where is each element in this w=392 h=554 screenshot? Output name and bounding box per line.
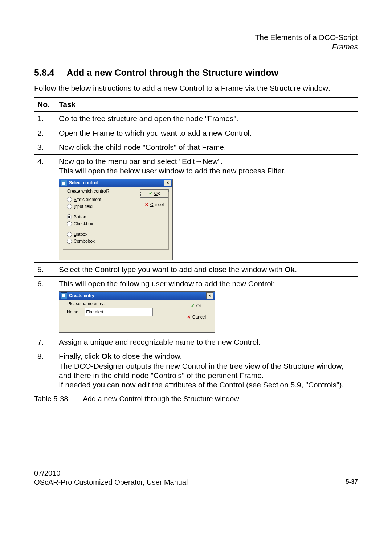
step4-line2: This will open the below user window to … — [59, 166, 355, 176]
col-no-header: No. — [34, 98, 56, 112]
radio-listbox[interactable]: Listbox — [67, 232, 165, 237]
task-table: No. Task 1. Go to the tree structure and… — [34, 97, 358, 392]
x-icon: ✕ — [187, 315, 191, 320]
table-row: 3. Now click the child node "Controls" o… — [34, 140, 358, 154]
footer-date: 07/2010 — [34, 469, 358, 478]
row-num: 8. — [34, 349, 56, 392]
group-legend: Create which control? — [66, 189, 110, 194]
page-number: 5-37 — [346, 478, 358, 487]
table-row: 8. Finally, click Ok to close the window… — [34, 349, 358, 392]
table-row: 2. Open the Frame to which you want to a… — [34, 126, 358, 140]
row-task: This will open the following user window… — [56, 276, 358, 335]
row-num: 4. — [34, 155, 56, 263]
ok-button[interactable]: ✓Ok — [182, 302, 211, 310]
svg-rect-0 — [62, 182, 65, 185]
table-row: 5. Select the Control type you want to a… — [34, 262, 358, 276]
cancel-button[interactable]: ✕Cancel — [182, 313, 211, 321]
page-header: The Elements of a DCO-Script Frames — [34, 33, 358, 52]
row-num: 2. — [34, 126, 56, 140]
radio-static-element[interactable]: Static element — [67, 197, 165, 202]
row-num: 1. — [34, 112, 56, 126]
table-caption: Table 5-38 Add a new Control through the… — [34, 394, 358, 403]
row-task: Finally, click Ok to close the window. T… — [56, 349, 358, 392]
row-task: Now click the child node "Controls" of t… — [56, 140, 358, 154]
radio-button[interactable]: Button — [67, 214, 165, 220]
table-row: 4. Now go to the menu bar and select "Ed… — [34, 155, 358, 263]
select-control-dialog: Select control × ✓Ok ✕Cancel Create whic… — [59, 179, 173, 260]
radio-combobox[interactable]: Combobox — [67, 239, 165, 244]
section-heading: 5.8.4 Add a new Control through the Stru… — [34, 67, 358, 78]
row-task: Go to the tree structure and open the no… — [56, 112, 358, 126]
control-type-group: Create which control? Static element Inp… — [63, 192, 169, 250]
table-row: 7. Assign a unique and recognizable name… — [34, 335, 358, 349]
radio-input-field[interactable]: Input field — [67, 204, 165, 209]
name-input[interactable] — [85, 308, 153, 316]
dialog-title: Select control — [69, 180, 164, 186]
caption-text: Add a new Control through the Structure … — [83, 395, 239, 403]
dialog-title: Create entry — [69, 293, 206, 299]
name-label: Name: — [67, 309, 79, 315]
radio-checkbox[interactable]: Checkbox — [67, 221, 165, 227]
dialog-titlebar: Select control × — [59, 179, 172, 187]
close-icon[interactable]: × — [164, 180, 171, 186]
header-subchapter: Frames — [34, 42, 358, 52]
header-chapter: The Elements of a DCO-Script — [34, 33, 358, 42]
dialog-titlebar: Create entry × — [59, 292, 215, 300]
table-row: 1. Go to the tree structure and open the… — [34, 112, 358, 126]
step4-line1: Now go to the menu bar and select "Edit→… — [59, 157, 355, 166]
row-num: 6. — [34, 276, 56, 335]
name-entry-group: Please name entry: Name: — [63, 304, 176, 320]
section-title: Add a new Control through the Structure … — [67, 67, 278, 78]
row-num: 3. — [34, 140, 56, 154]
caption-label: Table 5-38 — [34, 394, 81, 403]
row-task: Select the Control type you want to add … — [56, 262, 358, 276]
close-icon[interactable]: × — [206, 292, 213, 299]
group-legend: Please name entry: — [66, 301, 106, 307]
row-task: Assign a unique and recognizable name to… — [56, 335, 358, 349]
table-row: 6. This will open the following user win… — [34, 276, 358, 335]
step6-text: This will open the following user window… — [59, 279, 355, 288]
section-number: 5.8.4 — [34, 67, 54, 78]
row-num: 7. — [34, 335, 56, 349]
create-entry-dialog: Create entry × ✓Ok ✕Cancel Please name e… — [59, 291, 215, 333]
svg-rect-1 — [62, 294, 65, 297]
check-icon: ✓ — [191, 303, 195, 309]
row-task: Open the Frame to which you want to add … — [56, 126, 358, 140]
intro-text: Follow the below instructions to add a n… — [34, 83, 358, 93]
footer-manual-name: OScAR-Pro Customized Operator, User Manu… — [34, 478, 188, 487]
col-task-header: Task — [56, 98, 358, 112]
row-num: 5. — [34, 262, 56, 276]
app-icon — [61, 180, 67, 186]
app-icon — [61, 292, 67, 299]
row-task: Now go to the menu bar and select "Edit→… — [56, 155, 358, 263]
page-footer: 07/2010 OScAR-Pro Customized Operator, U… — [34, 469, 358, 487]
